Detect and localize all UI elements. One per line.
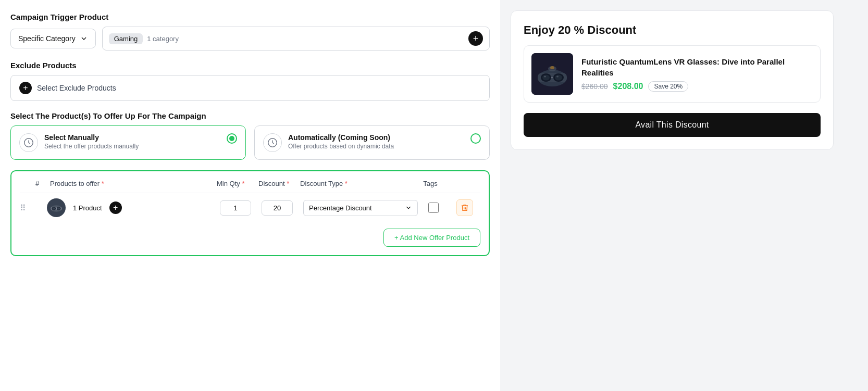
exclude-section: Exclude Products + Select Exclude Produc… — [10, 61, 490, 101]
col-hash: # — [35, 180, 50, 187]
category-field[interactable]: Gaming 1 category + — [102, 27, 490, 51]
manually-label: Select Manually — [44, 133, 139, 142]
drag-handle[interactable]: ⠿ — [20, 203, 32, 213]
add-new-offer-button[interactable]: + Add New Offer Product — [383, 229, 480, 247]
svg-point-17 — [556, 76, 559, 78]
chevron-down-icon — [80, 34, 88, 43]
select-manually-card[interactable]: Select Manually Select the offer product… — [10, 125, 246, 160]
trigger-title: Campaign Trigger Product — [10, 12, 490, 21]
col-minqty-header: Min Qty * — [217, 180, 258, 187]
product-name: Futuristic QuantumLens VR Glasses: Dive … — [581, 56, 813, 78]
category-dropdown-label: Specific Category — [18, 34, 76, 43]
col-tags-header: Tags — [415, 180, 446, 187]
auto-card-text: Automatically (Coming Soon) Offer produc… — [288, 133, 394, 150]
svg-point-16 — [544, 76, 546, 78]
price-row: $260.00 $208.00 Save 20% — [581, 81, 813, 92]
required-star-disctype: * — [345, 180, 348, 187]
product-cell: 1 Product + — [47, 198, 220, 217]
manually-sub: Select the offer products manually — [44, 143, 139, 150]
discount-type-dropdown[interactable]: Percentage Discount — [303, 200, 418, 216]
auto-clock-icon — [267, 137, 278, 148]
tag-checkbox[interactable] — [428, 203, 439, 213]
table-header: # Products to offer * Min Qty * Discount… — [20, 180, 480, 193]
svg-point-20 — [550, 66, 554, 69]
auto-sub: Offer products based on dynamic data — [288, 143, 394, 150]
trigger-row: Specific Category Gaming 1 category + — [10, 27, 490, 51]
auto-radio[interactable] — [470, 133, 481, 144]
discount-type-chevron — [405, 204, 412, 211]
manually-card-text: Select Manually Select the offer product… — [44, 133, 139, 150]
discount-type-label: Percentage Discount — [309, 204, 372, 212]
svg-point-7 — [57, 208, 60, 210]
add-exclude-icon: + — [19, 82, 32, 94]
product-details: Futuristic QuantumLens VR Glasses: Dive … — [581, 56, 813, 92]
discount-title: Enjoy 20 % Discount — [524, 23, 821, 37]
products-table: # Products to offer * Min Qty * Discount… — [10, 170, 490, 256]
product-thumbnail — [47, 198, 66, 217]
gaming-tag: Gaming — [109, 33, 143, 44]
discount-cell — [262, 200, 303, 216]
discount-type-cell: Percentage Discount — [303, 200, 418, 216]
campaign-trigger-section: Campaign Trigger Product Specific Catego… — [10, 12, 490, 51]
col-disctype-header: Discount Type * — [300, 180, 415, 187]
exclude-placeholder: Select Exclude Products — [37, 84, 116, 92]
right-panel: Enjoy 20 % Discount — [500, 0, 844, 391]
save-badge: Save 20% — [648, 81, 688, 92]
original-price: $260.00 — [581, 82, 608, 91]
discounted-price: $208.00 — [613, 82, 643, 91]
manually-icon — [19, 133, 38, 152]
auto-label: Automatically (Coming Soon) — [288, 133, 394, 142]
offer-products-section: Select The Product(s) To Offer Up For Th… — [10, 111, 490, 160]
col-discount-header: Discount * — [258, 180, 300, 187]
minqty-cell — [220, 200, 262, 216]
left-panel: Campaign Trigger Product Specific Catego… — [0, 0, 500, 391]
avail-discount-button[interactable]: Avail This Discount — [524, 113, 821, 137]
exclude-title: Exclude Products — [10, 61, 490, 70]
product-image — [531, 53, 573, 95]
exclude-field[interactable]: + Select Exclude Products — [10, 75, 490, 101]
product-preview: Futuristic QuantumLens VR Glasses: Dive … — [524, 45, 821, 103]
add-category-button[interactable]: + — [468, 31, 483, 46]
table-row: ⠿ 1 Product + — [20, 193, 480, 222]
add-offer-btn-container: + Add New Offer Product — [20, 229, 480, 247]
category-dropdown[interactable]: Specific Category — [10, 29, 96, 48]
offer-section-title: Select The Product(s) To Offer Up For Th… — [10, 111, 490, 120]
required-star-product: * — [102, 180, 104, 187]
required-star-minqty: * — [242, 180, 244, 187]
vr-glasses-icon — [49, 200, 64, 215]
actions-cell — [449, 199, 480, 216]
select-cards-row: Select Manually Select the offer product… — [10, 125, 490, 160]
svg-point-6 — [53, 208, 55, 210]
add-product-button[interactable]: + — [109, 201, 122, 214]
product-image-box — [531, 53, 573, 95]
svg-point-14 — [542, 75, 550, 81]
clock-icon — [23, 137, 34, 148]
delete-row-button[interactable] — [456, 199, 473, 216]
category-count: 1 category — [147, 35, 179, 43]
auto-icon — [263, 133, 282, 152]
auto-card[interactable]: Automatically (Coming Soon) Offer produc… — [254, 125, 490, 160]
min-qty-input[interactable] — [220, 200, 251, 216]
required-star-discount: * — [287, 180, 289, 187]
manually-radio[interactable] — [227, 133, 237, 144]
discount-input[interactable] — [262, 200, 293, 216]
col-product-header: Products to offer * — [50, 180, 217, 187]
svg-point-15 — [555, 75, 562, 81]
product-count-label: 1 Product — [73, 204, 102, 212]
trash-icon — [461, 204, 469, 212]
tags-cell — [418, 203, 449, 213]
discount-card: Enjoy 20 % Discount — [511, 10, 834, 150]
